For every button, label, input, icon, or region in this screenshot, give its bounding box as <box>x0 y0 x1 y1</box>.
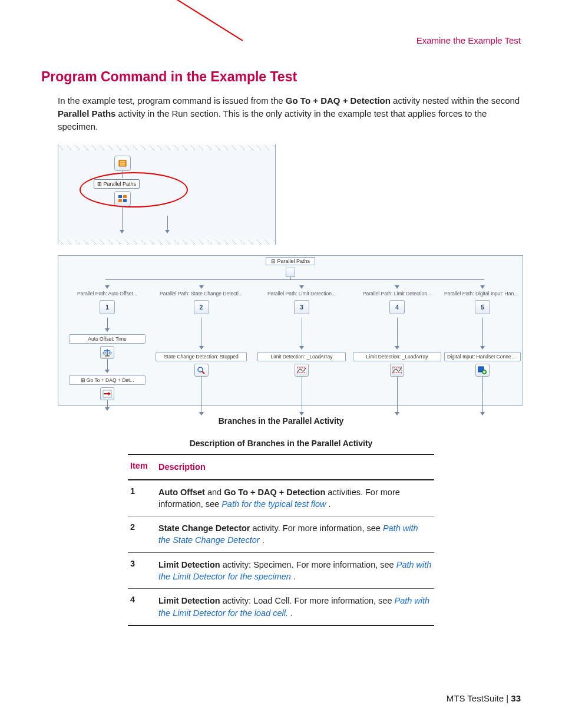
intro-t1: In the example test, program command is … <box>58 95 286 106</box>
branch-3: Parallel Path: Limit Detection... Limit … <box>257 285 346 417</box>
section-header: Examine the Example Test <box>41 35 521 45</box>
horizontal-connector <box>105 279 484 280</box>
svg-point-10 <box>103 352 105 354</box>
col-item: Item <box>130 461 158 473</box>
page-footer: MTS TestSuite | 33 <box>447 693 521 703</box>
branch-3-label: Parallel Path: Limit Detection... <box>257 291 346 297</box>
footer-product: MTS TestSuite <box>447 693 504 703</box>
table-row: 3Limit Detection activity: Specimen. For… <box>128 553 434 589</box>
branch-5: Parallel Path: Digital Input: Handset C.… <box>444 285 521 417</box>
branch-5-label: Parallel Path: Digital Input: Handset C.… <box>444 291 521 297</box>
magnifier-icon <box>194 364 209 377</box>
branch-4: Parallel Path: Limit Detection... Limit … <box>353 285 441 417</box>
table-row: 4Limit Detection activity: Load Cell. Fo… <box>128 589 434 625</box>
branch-2-label: Parallel Path: State Change Detecti... <box>156 291 247 297</box>
limit-detection-activity-2: Limit Detection: _LoadArray <box>353 352 441 361</box>
branch-1: Parallel Path: Auto Offset... Auto Offse… <box>69 285 146 413</box>
table-row: 1Auto Offset and Go To + DAQ + Detection… <box>128 480 434 516</box>
row-desc: Auto Offset and Go To + DAQ + Detection … <box>158 486 432 510</box>
row-desc: Limit Detection activity: Load Cell. For… <box>158 595 432 619</box>
branches-table: Item Description 1Auto Offset and Go To … <box>128 454 434 626</box>
row-desc: State Change Detector activity. For more… <box>158 522 432 546</box>
branch-4-label: Parallel Path: Limit Detection... <box>353 291 441 297</box>
row-num: 1 <box>130 486 158 510</box>
intro-b1: Go To + DAQ + Detection <box>286 95 391 106</box>
page-title: Program Command in the Example Test <box>41 69 521 85</box>
figure-upper: ⊞ Parallel Paths <box>58 144 521 245</box>
intro-t3: activity in the Run section. This is the… <box>58 108 487 131</box>
branch-3-node <box>294 300 309 314</box>
svg-point-11 <box>109 352 111 354</box>
row-desc: Limit Detection activity: Specimen. For … <box>158 559 432 583</box>
svg-line-17 <box>202 371 204 374</box>
goto-daq-activity: ⊞ Go To + DAQ + Det... <box>69 375 146 385</box>
red-highlight-ellipse <box>80 172 188 207</box>
row-num: 2 <box>130 522 158 546</box>
row-num: 3 <box>130 559 158 583</box>
parallel-paths-header: ⊟ Parallel Paths <box>266 257 315 265</box>
branch-2-node <box>194 300 209 314</box>
svg-rect-12 <box>105 355 110 357</box>
parallel-paths-header-icon <box>286 268 295 277</box>
state-change-activity: State Change Detection: Stopped <box>156 352 247 361</box>
figure-caption-1: Branches in the Parallel Activity <box>41 416 521 426</box>
arrow-right-icon <box>100 387 114 400</box>
balance-icon <box>100 346 114 359</box>
intro-paragraph: In the example test, program command is … <box>58 94 521 133</box>
footer-page: 33 <box>511 693 521 703</box>
intro-t2: activity nested within the second <box>391 95 520 106</box>
cross-ref-link[interactable]: Path for the typical test flow <box>222 499 326 509</box>
svg-point-16 <box>198 367 203 372</box>
figure-caption-2: Description of Branches in the Parallel … <box>41 439 521 448</box>
footer-sep: | <box>504 693 511 703</box>
figure-lower: ⊟ Parallel Paths Parallel Path: Auto Off… <box>58 255 521 406</box>
branch-4-node <box>389 300 405 314</box>
branch-1-label: Parallel Path: Auto Offset... <box>69 291 146 297</box>
limit-detection-activity-1: Limit Detection: _LoadArray <box>257 352 346 361</box>
col-description: Description <box>158 461 432 473</box>
branch-5-node <box>475 300 490 314</box>
module-icon <box>114 156 131 171</box>
digital-input-icon <box>475 364 490 377</box>
wave-icon <box>295 364 309 377</box>
intro-b2: Parallel Paths <box>58 108 115 118</box>
digital-input-activity: Digital Input: Handset Connected... <box>444 352 521 361</box>
wave-icon <box>390 364 404 377</box>
row-num: 4 <box>130 595 158 619</box>
table-row: 2State Change Detector activity. For mor… <box>128 516 434 552</box>
branch-2: Parallel Path: State Change Detecti... S… <box>156 285 247 417</box>
auto-offset-activity: Auto Offset: Time <box>69 334 146 344</box>
branch-1-node <box>100 300 115 314</box>
